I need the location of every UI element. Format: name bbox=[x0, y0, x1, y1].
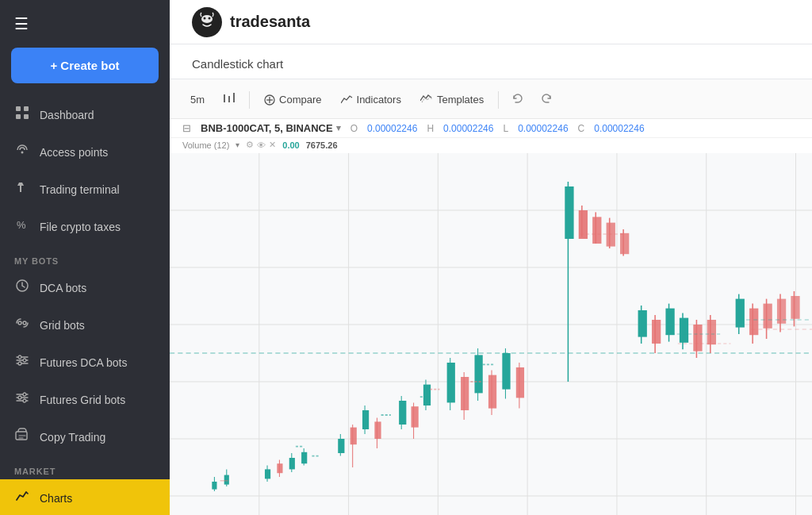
sidebar-item-dca-bots-label: DCA bots bbox=[40, 282, 86, 294]
volume-dropdown-icon[interactable]: ▾ bbox=[236, 140, 239, 149]
svg-rect-20 bbox=[224, 94, 225, 102]
ohlc-h-label: H bbox=[427, 123, 434, 134]
svg-point-13 bbox=[18, 396, 21, 399]
svg-point-8 bbox=[23, 321, 26, 325]
svg-point-7 bbox=[18, 321, 21, 325]
templates-button[interactable]: Templates bbox=[412, 90, 492, 110]
chart-type-button[interactable] bbox=[216, 87, 243, 112]
sidebar-item-charts-label: Charts bbox=[40, 492, 72, 505]
timeframe-label: 5m bbox=[190, 94, 205, 106]
volume-label: Volume (12) bbox=[182, 140, 229, 150]
sidebar-item-grid-bots-label: Grid bots bbox=[40, 319, 85, 332]
topbar: tradesanta bbox=[170, 0, 812, 44]
dashboard-icon bbox=[14, 106, 30, 124]
timeframe-button[interactable]: 5m bbox=[182, 90, 213, 110]
compare-button[interactable]: Compare bbox=[256, 90, 329, 110]
hamburger-icon[interactable]: ☰ bbox=[0, 0, 170, 41]
copy-trading-icon bbox=[14, 428, 30, 446]
sidebar-item-futures-grid-bots-label: Futures Grid bots bbox=[40, 394, 125, 406]
svg-point-10 bbox=[23, 359, 26, 362]
toolbar-separator-2 bbox=[498, 91, 499, 109]
sidebar-item-file-crypto-taxes-label: File crypto taxes bbox=[40, 221, 121, 233]
logo-icon bbox=[192, 7, 222, 37]
market-section-label: MARKET bbox=[0, 455, 170, 479]
sidebar-item-charts[interactable]: Charts bbox=[0, 479, 170, 515]
svg-rect-3 bbox=[24, 114, 29, 119]
chart-pair[interactable]: BNB-1000CAT, 5, BINANCE ▾ bbox=[201, 122, 341, 134]
vol-settings-icon[interactable]: ⚙ bbox=[246, 140, 254, 150]
ohlc-o-value: 0.00002246 bbox=[367, 123, 417, 134]
chart-title: Candlestick chart bbox=[170, 44, 812, 79]
svg-rect-69 bbox=[399, 401, 406, 425]
sidebar-item-futures-dca-bots-label: Futures DCA bots bbox=[40, 356, 128, 369]
sidebar-item-copy-trading[interactable]: Copy Trading bbox=[0, 418, 170, 455]
svg-rect-73 bbox=[423, 385, 431, 405]
chart-toolbar: 5m Compare Indicators Templates bbox=[170, 79, 812, 119]
svg-rect-66 bbox=[374, 421, 381, 439]
logo-area: tradesanta bbox=[192, 7, 310, 37]
ohlc-h-value: 0.00002246 bbox=[443, 123, 493, 134]
sidebar-item-futures-grid-bots[interactable]: Futures Grid bots bbox=[0, 381, 170, 418]
svg-point-18 bbox=[204, 17, 206, 19]
create-bot-button[interactable]: + Create bot bbox=[11, 48, 159, 83]
svg-rect-89 bbox=[516, 367, 524, 398]
svg-rect-116 bbox=[736, 299, 745, 328]
sidebar-item-futures-dca-bots[interactable]: Futures DCA bots bbox=[0, 344, 170, 381]
sidebar-item-copy-trading-label: Copy Trading bbox=[40, 431, 105, 444]
pair-dropdown-icon[interactable]: ▾ bbox=[336, 123, 341, 133]
svg-rect-97 bbox=[607, 223, 615, 247]
svg-rect-54 bbox=[289, 458, 295, 469]
svg-point-4 bbox=[21, 152, 24, 154]
svg-rect-2 bbox=[16, 114, 21, 119]
trading-terminal-icon bbox=[14, 180, 30, 198]
dca-bots-icon bbox=[14, 279, 30, 297]
svg-rect-110 bbox=[693, 325, 702, 352]
svg-rect-120 bbox=[763, 304, 772, 329]
chart-area bbox=[170, 153, 812, 515]
svg-rect-64 bbox=[362, 410, 369, 429]
svg-point-14 bbox=[23, 399, 26, 402]
svg-point-12 bbox=[23, 393, 26, 396]
svg-rect-77 bbox=[447, 363, 455, 402]
futures-dca-bots-icon bbox=[14, 353, 30, 371]
file-crypto-taxes-icon: % bbox=[14, 217, 30, 236]
sidebar-item-dca-bots[interactable]: DCA bots bbox=[0, 269, 170, 306]
ohlc-c-label: C bbox=[578, 123, 585, 134]
svg-rect-112 bbox=[707, 320, 716, 344]
svg-rect-62 bbox=[350, 428, 357, 445]
svg-rect-99 bbox=[620, 233, 629, 254]
sidebar-item-file-crypto-taxes[interactable]: % File crypto taxes bbox=[0, 208, 170, 245]
my-bots-section-label: MY BOTS bbox=[0, 245, 170, 269]
redo-button[interactable] bbox=[534, 88, 559, 111]
chart-container: Candlestick chart 5m Compare Indicators … bbox=[170, 44, 812, 515]
svg-rect-47 bbox=[224, 475, 229, 485]
svg-rect-22 bbox=[233, 93, 235, 102]
charts-icon bbox=[14, 489, 30, 507]
svg-rect-21 bbox=[228, 96, 230, 102]
indicators-label: Indicators bbox=[357, 94, 401, 106]
sidebar-item-trading-terminal[interactable]: Trading terminal bbox=[0, 171, 170, 208]
indicators-button[interactable]: Indicators bbox=[333, 90, 409, 110]
svg-rect-93 bbox=[579, 210, 588, 239]
access-points-icon bbox=[14, 143, 30, 161]
svg-rect-56 bbox=[301, 452, 307, 463]
pair-collapse-icon[interactable]: ⊟ bbox=[182, 122, 191, 134]
main-content: tradesanta Candlestick chart 5m Compare … bbox=[170, 0, 812, 515]
undo-button[interactable] bbox=[505, 88, 530, 111]
pair-label: BNB-1000CAT, 5, BINANCE bbox=[201, 122, 333, 134]
vol-eye-icon[interactable]: 👁 bbox=[257, 140, 266, 150]
sidebar: ☰ + Create bot Dashboard Access points T… bbox=[0, 0, 170, 515]
svg-rect-60 bbox=[338, 439, 344, 453]
svg-rect-118 bbox=[749, 309, 758, 336]
sidebar-item-grid-bots[interactable]: Grid bots bbox=[0, 306, 170, 344]
sidebar-item-access-points[interactable]: Access points bbox=[0, 133, 170, 171]
svg-rect-52 bbox=[277, 463, 282, 473]
svg-rect-71 bbox=[412, 406, 419, 427]
ohlc-o-label: O bbox=[350, 123, 358, 134]
vol-close-icon[interactable]: ✕ bbox=[269, 140, 276, 150]
candlestick-chart-svg bbox=[170, 153, 812, 515]
sidebar-item-dashboard-label: Dashboard bbox=[40, 109, 94, 121]
futures-grid-bots-icon bbox=[14, 390, 30, 409]
compare-label: Compare bbox=[279, 94, 321, 106]
sidebar-item-dashboard[interactable]: Dashboard bbox=[0, 96, 170, 133]
